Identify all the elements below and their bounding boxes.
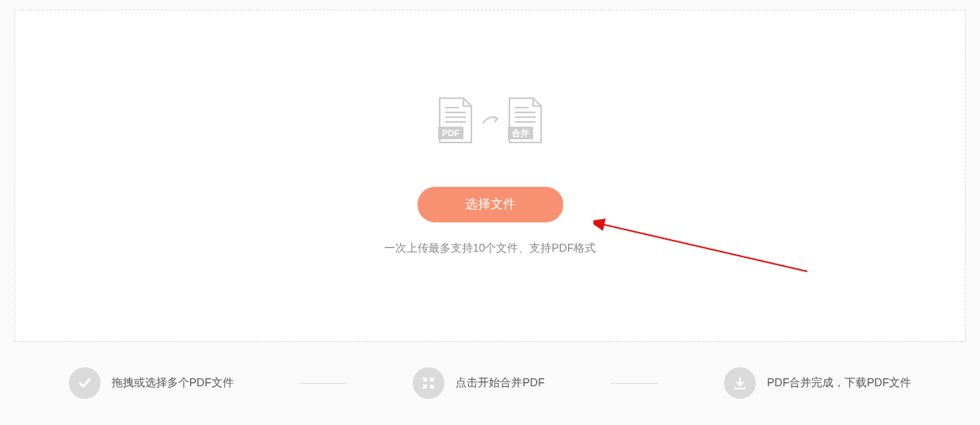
step-1: 拖拽或选择多个PDF文件 — [69, 367, 234, 399]
step-3-label: PDF合并完成，下载PDF文件 — [767, 376, 911, 390]
svg-line-11 — [601, 224, 807, 271]
target-label: 合并 — [511, 128, 529, 138]
select-file-button[interactable]: 选择文件 — [418, 187, 563, 222]
step-3: PDF合并完成，下载PDF文件 — [724, 367, 911, 399]
annotation-arrow — [593, 208, 815, 279]
upload-hint: 一次上传最多支持10个文件、支持PDF格式 — [384, 241, 597, 256]
conversion-icon-group: PDF 合并 — [437, 97, 544, 147]
pdf-file-icon: PDF — [437, 97, 475, 147]
download-icon — [724, 367, 756, 399]
upload-dropzone[interactable]: PDF 合并 选择文件 一次上传最多支持10个文件、支持PDF格式 — [14, 9, 966, 342]
compress-icon — [413, 367, 444, 399]
step-2: 点击开始合并PDF — [413, 367, 544, 399]
step-divider — [611, 383, 658, 384]
steps-row: 拖拽或选择多个PDF文件 点击开始合并PDF PDF合并完成，下载PDF文件 — [0, 351, 980, 415]
step-1-label: 拖拽或选择多个PDF文件 — [112, 376, 234, 390]
check-icon — [69, 367, 101, 399]
arrow-right-icon — [481, 112, 500, 131]
merge-file-icon: 合并 — [506, 97, 544, 147]
source-label: PDF — [442, 128, 459, 138]
step-divider — [299, 383, 347, 384]
step-2-label: 点击开始合并PDF — [456, 376, 544, 390]
